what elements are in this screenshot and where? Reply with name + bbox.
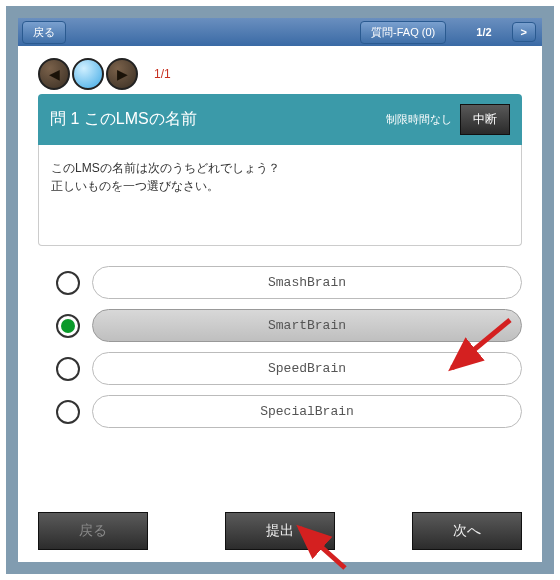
nav-orbs: ◀ ▶ 1/1 (38, 58, 522, 90)
option-row: SmartBrain (38, 309, 522, 342)
option-radio[interactable] (56, 314, 80, 338)
option-row: SpeedBrain (38, 352, 522, 385)
option-pill[interactable]: SmashBrain (92, 266, 522, 299)
time-limit-label: 制限時間なし (386, 112, 452, 127)
prev-orb-button[interactable]: ◀ (38, 58, 70, 90)
chevron-left-icon: ◀ (49, 66, 60, 82)
faq-button[interactable]: 質問-FAQ (0) (360, 21, 446, 44)
bottom-next-button[interactable]: 次へ (412, 512, 522, 550)
question-text-line: このLMSの名前は次のうちどれでしょう？ (51, 159, 509, 177)
option-row: SmashBrain (38, 266, 522, 299)
option-radio[interactable] (56, 400, 80, 424)
option-row: SpecialBrain (38, 395, 522, 428)
orb-counter: 1/1 (154, 67, 171, 81)
option-radio[interactable] (56, 357, 80, 381)
option-radio[interactable] (56, 271, 80, 295)
top-back-button[interactable]: 戻る (22, 21, 66, 44)
question-body: このLMSの名前は次のうちどれでしょう？ 正しいものを一つ選びなさい。 (38, 145, 522, 246)
option-pill[interactable]: SpeedBrain (92, 352, 522, 385)
top-page-indicator: 1/2 (476, 26, 491, 38)
option-pill[interactable]: SpecialBrain (92, 395, 522, 428)
current-orb[interactable] (72, 58, 104, 90)
top-bar: 戻る 質問-FAQ (0) 1/2 > (18, 18, 542, 46)
bottom-bar: 戻る 提出 次へ (38, 512, 522, 550)
submit-button[interactable]: 提出 (225, 512, 335, 550)
question-text-line: 正しいものを一つ選びなさい。 (51, 177, 509, 195)
bottom-back-button[interactable]: 戻る (38, 512, 148, 550)
top-next-button[interactable]: > (512, 22, 536, 42)
option-pill[interactable]: SmartBrain (92, 309, 522, 342)
chevron-right-icon: ▶ (117, 66, 128, 82)
next-orb-button[interactable]: ▶ (106, 58, 138, 90)
question-title: 問 1 このLMSの名前 (50, 109, 197, 130)
question-header: 問 1 このLMSの名前 制限時間なし 中断 (38, 94, 522, 145)
abort-button[interactable]: 中断 (460, 104, 510, 135)
options-list: SmashBrain SmartBrain SpeedBrain Special… (38, 266, 522, 428)
